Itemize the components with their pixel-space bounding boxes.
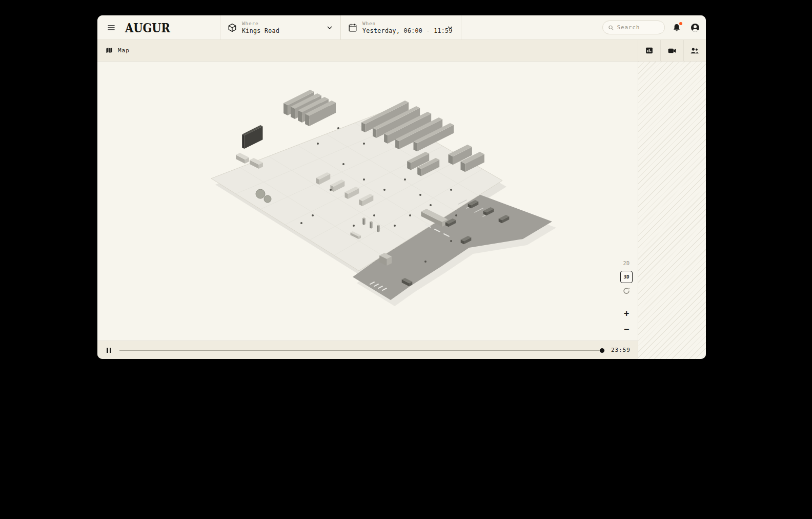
tab-map[interactable]: Map bbox=[97, 40, 138, 61]
view-2d-button[interactable]: 2D bbox=[620, 257, 633, 269]
where-label: Where bbox=[242, 21, 321, 26]
logo-section: AUGUR bbox=[97, 15, 220, 39]
chevron-down-icon bbox=[446, 24, 454, 31]
map-view-controls: 2D 3D + − bbox=[620, 257, 633, 334]
notification-dot bbox=[679, 22, 682, 25]
rotate-icon bbox=[622, 287, 631, 295]
map-tab-label: Map bbox=[118, 47, 130, 54]
pause-icon bbox=[107, 348, 108, 353]
notifications-button[interactable] bbox=[670, 21, 683, 34]
where-value: Kings Road bbox=[242, 27, 321, 34]
zoom-out-button[interactable]: − bbox=[620, 323, 633, 334]
search-input[interactable] bbox=[617, 24, 659, 31]
app-logo: AUGUR bbox=[125, 20, 170, 34]
playback-bar: 23:59 bbox=[97, 341, 638, 359]
view-toolbar: Map bbox=[97, 40, 706, 62]
playback-time: 23:59 bbox=[611, 347, 631, 353]
collapsed-side-panel bbox=[638, 62, 706, 359]
menu-button[interactable] bbox=[105, 21, 118, 34]
account-icon bbox=[690, 23, 700, 33]
search-icon bbox=[608, 24, 614, 31]
cameras-button[interactable] bbox=[660, 40, 683, 61]
pause-button[interactable] bbox=[105, 346, 113, 355]
dashboard-icon bbox=[645, 46, 654, 55]
top-bar-right bbox=[461, 15, 706, 39]
map-column: 2D 3D + − bbox=[97, 62, 638, 359]
top-bar: AUGUR Where Kings Road bbox=[97, 15, 706, 40]
dashboard-button[interactable] bbox=[638, 40, 660, 61]
menu-icon bbox=[107, 24, 115, 32]
map-icon bbox=[106, 47, 113, 54]
people-icon bbox=[690, 46, 699, 55]
zoom-in-button[interactable]: + bbox=[620, 308, 633, 319]
when-value: Yesterday, 06:00 - 11:59 bbox=[362, 27, 441, 34]
playback-thumb[interactable] bbox=[600, 348, 604, 353]
account-button[interactable] bbox=[688, 21, 702, 34]
when-label: When bbox=[362, 21, 441, 26]
calendar-icon bbox=[348, 23, 357, 32]
content-area: 2D 3D + − bbox=[97, 62, 706, 359]
people-button[interactable] bbox=[683, 40, 706, 61]
cube-icon bbox=[228, 23, 237, 32]
map-canvas[interactable]: 2D 3D + − bbox=[97, 62, 638, 341]
playback-elapsed bbox=[119, 350, 602, 351]
camera-icon bbox=[667, 46, 677, 55]
timeline-slider[interactable] bbox=[119, 347, 605, 354]
app-window: AUGUR Where Kings Road bbox=[97, 15, 706, 359]
desktop-background: AUGUR Where Kings Road bbox=[0, 0, 812, 519]
search-box[interactable] bbox=[602, 21, 665, 34]
where-selector[interactable]: Where Kings Road bbox=[220, 15, 341, 39]
rotate-view-button[interactable] bbox=[620, 285, 633, 296]
when-selector[interactable]: When Yesterday, 06:00 - 11:59 bbox=[341, 15, 461, 39]
view-3d-button[interactable]: 3D bbox=[620, 271, 633, 283]
chevron-down-icon bbox=[326, 24, 333, 31]
store-map-illustration bbox=[97, 62, 638, 341]
